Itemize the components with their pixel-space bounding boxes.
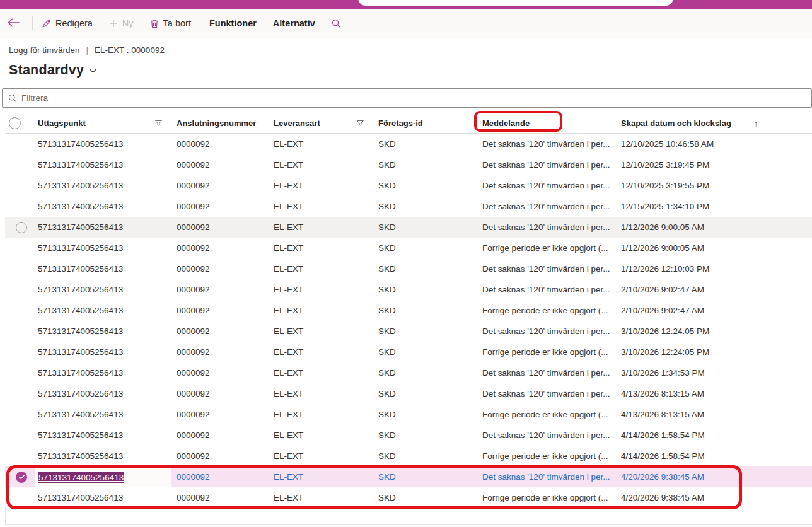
row-select-cell[interactable]: [5, 134, 38, 154]
table-row[interactable]: 5713131740052564130000092EL-EXTSKDDet sa…: [5, 258, 812, 279]
column-header-anslutningsnummer[interactable]: Anslutningsnummer: [177, 119, 274, 128]
cell-leveransart[interactable]: EL-EXT: [274, 154, 378, 175]
cell-foretagsid[interactable]: SKD: [378, 300, 482, 321]
table-row[interactable]: 5713131740052564130000092EL-EXTSKDDet sa…: [5, 134, 812, 154]
cell-meddelande[interactable]: Forrige periode er ikke opgjort (...: [482, 300, 621, 321]
cell-foretagsid[interactable]: SKD: [378, 238, 482, 258]
cell-meddelande[interactable]: Det saknas '120' timvärden i per...: [482, 362, 621, 383]
row-select-cell[interactable]: [5, 238, 38, 258]
cell-uttagspunkt[interactable]: 571313174005256413: [38, 425, 177, 446]
cell-meddelande[interactable]: Det saknas '120' timvärden i per...: [482, 175, 621, 196]
cell-skapat[interactable]: 1/12/2026 12:10:03 PM: [621, 258, 812, 279]
table-row[interactable]: 5713131740052564130000092EL-EXTSKDDet sa…: [5, 321, 812, 342]
table-row[interactable]: 5713131740052564130000092EL-EXTSKDDet sa…: [5, 425, 812, 446]
row-select-cell[interactable]: [5, 175, 38, 196]
cell-leveransart[interactable]: EL-EXT: [274, 279, 378, 300]
table-row[interactable]: 5713131740052564130000092EL-EXTSKDDet sa…: [5, 175, 812, 196]
cell-uttagspunkt[interactable]: 571313174005256413: [38, 175, 177, 196]
table-row[interactable]: 5713131740052564130000092EL-EXTSKDForrig…: [5, 404, 812, 425]
cell-anslutningsnummer[interactable]: 0000092: [177, 487, 274, 508]
cell-leveransart[interactable]: EL-EXT: [274, 342, 378, 362]
cell-uttagspunkt[interactable]: 571313174005256413: [38, 321, 177, 342]
cell-uttagspunkt[interactable]: 571313174005256413: [38, 217, 177, 238]
cell-leveransart[interactable]: EL-EXT: [274, 487, 378, 508]
table-row[interactable]: 5713131740052564130000092EL-EXTSKDDet sa…: [5, 362, 812, 383]
cell-uttagspunkt[interactable]: 571313174005256413: [38, 238, 177, 258]
table-row[interactable]: 5713131740052564130000092EL-EXTSKDForrig…: [5, 342, 812, 362]
row-select-cell[interactable]: [5, 487, 38, 508]
cell-foretagsid[interactable]: SKD: [378, 279, 482, 300]
filter-box[interactable]: [2, 88, 812, 108]
table-row[interactable]: 5713131740052564130000092EL-EXTSKDForrig…: [5, 487, 812, 508]
cell-skapat[interactable]: 1/12/2026 9:00:05 AM: [621, 217, 812, 238]
cell-skapat[interactable]: 2/10/2026 9:02:47 AM: [621, 279, 812, 300]
select-all-cell[interactable]: [5, 117, 38, 129]
cell-meddelande[interactable]: Det saknas '120' timvärden i per...: [482, 134, 621, 154]
cell-foretagsid[interactable]: SKD: [378, 154, 482, 175]
cell-skapat[interactable]: 4/14/2026 1:58:54 PM: [621, 446, 812, 466]
cell-skapat[interactable]: 4/13/2026 8:13:15 AM: [621, 404, 812, 425]
cell-anslutningsnummer[interactable]: 0000092: [177, 154, 274, 175]
header-search-box[interactable]: [358, 0, 673, 6]
cell-anslutningsnummer[interactable]: 0000092: [177, 466, 274, 487]
cell-uttagspunkt[interactable]: 571313174005256413: [38, 258, 177, 279]
cell-meddelande[interactable]: Det saknas '120' timvärden i per...: [482, 258, 621, 279]
cell-leveransart[interactable]: EL-EXT: [274, 175, 378, 196]
table-row[interactable]: 5713131740052564130000092EL-EXTSKDForrig…: [5, 238, 812, 258]
cell-foretagsid[interactable]: SKD: [378, 466, 482, 487]
cell-leveransart[interactable]: EL-EXT: [274, 362, 378, 383]
cell-anslutningsnummer[interactable]: 0000092: [177, 383, 274, 404]
breadcrumb-page-title[interactable]: Logg för timvärden: [9, 45, 80, 55]
cell-meddelande[interactable]: Det saknas '120' timvärden i per...: [482, 466, 621, 487]
cell-leveransart[interactable]: EL-EXT: [274, 321, 378, 342]
cell-meddelande[interactable]: Det saknas '120' timvärden i per...: [482, 383, 621, 404]
column-header-foretagsid[interactable]: Företags-id: [378, 119, 482, 128]
row-select-cell[interactable]: [5, 404, 38, 425]
table-row[interactable]: 5713131740052564130000092EL-EXTSKDDet sa…: [5, 217, 812, 238]
cell-skapat[interactable]: 2/10/2026 9:02:47 AM: [621, 300, 812, 321]
row-select-cell[interactable]: [5, 154, 38, 175]
cell-meddelande[interactable]: Det saknas '120' timvärden i per...: [482, 279, 621, 300]
table-row[interactable]: 5713131740052564130000092EL-EXTSKDDet sa…: [5, 196, 812, 217]
cell-leveransart[interactable]: EL-EXT: [274, 238, 378, 258]
cell-anslutningsnummer[interactable]: 0000092: [177, 446, 274, 466]
cell-anslutningsnummer[interactable]: 0000092: [177, 175, 274, 196]
cell-anslutningsnummer[interactable]: 0000092: [177, 342, 274, 362]
table-row[interactable]: 5713131740052564130000092EL-EXTSKDDet sa…: [5, 279, 812, 300]
row-select-cell[interactable]: [5, 196, 38, 217]
row-select-cell[interactable]: [5, 383, 38, 404]
filter-input[interactable]: [21, 93, 811, 103]
cell-foretagsid[interactable]: SKD: [378, 217, 482, 238]
cell-skapat[interactable]: 4/20/2026 9:38:45 AM: [621, 487, 812, 508]
column-header-uttagspunkt[interactable]: Uttagspunkt: [38, 119, 177, 128]
cell-uttagspunkt[interactable]: 571313174005256413: [38, 279, 177, 300]
delete-button[interactable]: Ta bort: [150, 18, 191, 28]
cell-foretagsid[interactable]: SKD: [378, 175, 482, 196]
column-header-skapat[interactable]: Skapat datum och klockslag↑: [621, 119, 812, 129]
cell-leveransart[interactable]: EL-EXT: [274, 446, 378, 466]
cell-leveransart[interactable]: EL-EXT: [274, 217, 378, 238]
cell-foretagsid[interactable]: SKD: [378, 196, 482, 217]
cell-meddelande[interactable]: Det saknas '120' timvärden i per...: [482, 196, 621, 217]
view-selector[interactable]: Standardvy: [9, 62, 97, 78]
cell-leveransart[interactable]: EL-EXT: [274, 425, 378, 446]
cell-leveransart[interactable]: EL-EXT: [274, 383, 378, 404]
cell-meddelande[interactable]: Det saknas '120' timvärden i per...: [482, 154, 621, 175]
cell-uttagspunkt[interactable]: 571313174005256413: [38, 404, 177, 425]
new-button[interactable]: Ny: [109, 18, 134, 28]
cell-foretagsid[interactable]: SKD: [378, 487, 482, 508]
cell-skapat[interactable]: 3/10/2026 12:24:05 PM: [621, 342, 812, 362]
cell-skapat[interactable]: 12/10/2025 3:19:45 PM: [621, 154, 812, 175]
cell-leveransart[interactable]: EL-EXT: [274, 300, 378, 321]
cell-skapat[interactable]: 12/10/2025 10:46:58 AM: [621, 134, 812, 154]
cell-foretagsid[interactable]: SKD: [378, 134, 482, 154]
cell-anslutningsnummer[interactable]: 0000092: [177, 425, 274, 446]
cell-foretagsid[interactable]: SKD: [378, 383, 482, 404]
cell-uttagspunkt[interactable]: 571313174005256413: [38, 154, 177, 175]
cell-skapat[interactable]: 12/10/2025 3:19:55 PM: [621, 175, 812, 196]
cell-foretagsid[interactable]: SKD: [378, 258, 482, 279]
table-row[interactable]: 5713131740052564130000092EL-EXTSKDForrig…: [5, 446, 812, 466]
cell-meddelande[interactable]: Forrige periode er ikke opgjort (...: [482, 446, 621, 466]
row-select-cell[interactable]: [5, 258, 38, 279]
cell-meddelande[interactable]: Det saknas '120' timvärden i per...: [482, 425, 621, 446]
